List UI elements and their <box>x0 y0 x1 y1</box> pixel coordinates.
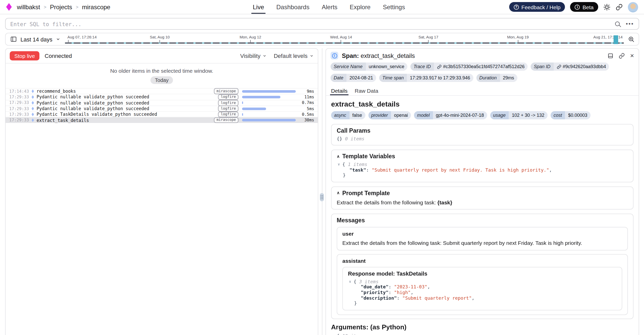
span-attribute-badges: asyncfalse provideropenai modelgpt-4o-mi… <box>331 111 634 119</box>
feedback-help-button[interactable]: ? Feedback / Help <box>509 2 565 12</box>
timeline-selection[interactable] <box>614 35 618 44</box>
chevron-down-icon[interactable] <box>56 37 61 41</box>
duration-label: 9ms <box>299 89 314 93</box>
link-icon[interactable] <box>437 64 442 69</box>
code-line: ∨{ 10 items <box>331 333 634 335</box>
default-levels-dropdown[interactable]: Default levels <box>274 53 314 59</box>
tab-dashboards[interactable]: Dashboards <box>276 0 309 14</box>
search-icon[interactable] <box>615 22 620 26</box>
question-icon: ? <box>514 4 519 9</box>
span-diamond-icon <box>31 95 34 99</box>
tab-raw-data[interactable]: Raw Data <box>355 86 378 95</box>
timeline-tick: Aug 07, 17:26:14 <box>67 35 96 43</box>
theme-toggle-icon[interactable] <box>603 3 610 11</box>
call-params-empty: {} 0 items <box>337 136 628 141</box>
panel-resize-handle[interactable] <box>320 193 324 201</box>
span-row[interactable]: 17:29:33 Pydantic nullable validate_pyth… <box>6 94 318 100</box>
copy-link-icon[interactable] <box>619 53 625 59</box>
detail-tabs: Details Raw Data <box>326 86 639 96</box>
code-token: 10 items <box>342 333 365 335</box>
json-toggle-icon[interactable]: ∨ <box>338 162 342 167</box>
sidebar-toggle-icon[interactable] <box>10 36 17 43</box>
span-row[interactable]: 17:29:33 Pydantic TaskDetails validate_p… <box>6 111 318 117</box>
tab-settings[interactable]: Settings <box>383 0 405 14</box>
span-info-icon: i <box>331 52 338 59</box>
span-row[interactable]: 17:29:33 Pydantic nullable validate_pyth… <box>6 100 318 106</box>
detail-content: extract_task_details asyncfalse provider… <box>326 96 639 335</box>
duration-track <box>242 107 296 110</box>
span-row[interactable]: 17:29:33 Pydantic nullable validate_pyth… <box>6 106 318 111</box>
empty-window-notice: No older items in the selected time wind… <box>6 68 318 74</box>
span-detail-panel: i Span: extract_task_details <box>325 48 639 335</box>
chevron-right-icon: > <box>44 4 47 9</box>
code-token: "due_date" <box>361 285 388 290</box>
duration-bar <box>242 90 296 92</box>
service-name-badge: Service Nameunknown_service <box>331 62 407 71</box>
duration-track <box>242 119 296 121</box>
scope-tag: mirascope <box>214 117 238 123</box>
assistant-message: assistant Response model: TaskDetails ∨{… <box>337 254 628 315</box>
prompt-template-text: Extract the details from the following t… <box>337 199 628 205</box>
tab-alerts[interactable]: Alerts <box>322 0 337 14</box>
collapse-icon[interactable]: ∧ <box>337 191 340 195</box>
zoom-in-icon[interactable] <box>628 36 635 43</box>
template-variables-title: Template Variables <box>342 153 395 159</box>
response-model-title: Response model: TaskDetails <box>348 270 617 277</box>
span-row-selected[interactable]: 17:29:33 extract_task_details mirascope … <box>6 117 318 123</box>
code-token: } <box>343 173 346 178</box>
duration-bar <box>242 119 296 121</box>
duration-label: 0.7ms <box>299 100 314 105</box>
share-link-icon[interactable] <box>616 3 623 11</box>
breadcrumb: willbakst > Projects > mirascope <box>17 3 110 11</box>
code-line: "task": "Submit quarterly report by next… <box>337 167 628 173</box>
logfire-logo-icon[interactable] <box>6 3 12 11</box>
breadcrumb-projects[interactable]: Projects <box>50 3 72 11</box>
scope-tag: mirascope <box>214 88 238 94</box>
span-diamond-icon <box>31 101 34 104</box>
visibility-dropdown[interactable]: Visibility <box>240 53 267 59</box>
json-toggle-icon[interactable]: ∨ <box>349 279 354 285</box>
user-message: user Extract the details from the follow… <box>337 227 628 250</box>
message-role: user <box>342 231 622 237</box>
call-params-title: Call Params <box>337 128 628 134</box>
code-token: "description" <box>361 295 397 300</box>
collapse-icon[interactable]: ∧ <box>337 154 340 159</box>
code-token: 1 items <box>348 162 367 167</box>
info-icon: i <box>575 4 580 9</box>
chevron-right-icon: > <box>76 4 79 9</box>
breadcrumb-org[interactable]: willbakst <box>17 3 40 11</box>
duration-label: 0.5ms <box>299 112 314 117</box>
duration-label: 11ms <box>299 95 314 99</box>
timeline-tick: Mon, Aug 19 <box>507 35 529 43</box>
code-token: { <box>342 162 348 167</box>
close-icon[interactable]: × <box>630 52 634 59</box>
code-token: , <box>427 285 430 290</box>
code-token: "task" <box>350 167 366 172</box>
beta-button[interactable]: i Beta <box>570 2 598 12</box>
sql-filter-input[interactable] <box>5 18 639 30</box>
more-options-icon[interactable]: ••• <box>626 21 634 27</box>
code-token: 3 items <box>359 279 379 284</box>
duration-bar <box>242 96 280 98</box>
tab-details[interactable]: Details <box>331 86 347 95</box>
breadcrumb-project[interactable]: mirascope <box>82 3 111 11</box>
timeline-tick: Sat, Aug 10 <box>150 35 170 43</box>
user-avatar[interactable] <box>628 2 638 12</box>
stop-live-button[interactable]: Stop live <box>10 51 40 60</box>
time-range-label[interactable]: Last 14 days <box>20 36 52 42</box>
main-nav: Live Dashboards Alerts Explore Settings <box>253 0 405 14</box>
timeline-track[interactable]: Aug 07, 17:26:14 Sat, Aug 10 Mon, Aug 12… <box>65 33 625 45</box>
link-icon[interactable] <box>556 64 561 69</box>
code-line: ∨{ 1 items <box>337 162 628 167</box>
arguments-heading: Arguments: (as Python) <box>331 323 634 331</box>
logfire-app: willbakst > Projects > mirascope Live Da… <box>0 0 644 335</box>
json-toggle-icon[interactable]: ∨ <box>332 333 337 335</box>
code-token: "2023-11-03" <box>394 285 427 290</box>
timeline-tick: Sat, Aug 17 <box>418 35 438 43</box>
tab-explore[interactable]: Explore <box>350 0 370 14</box>
async-badge: asyncfalse <box>331 111 365 119</box>
span-row[interactable]: 17:14:43 recommend_books mirascope 9ms <box>6 88 318 94</box>
tab-live[interactable]: Live <box>253 0 264 14</box>
code-token: "priority" <box>361 290 388 295</box>
dock-panel-icon[interactable] <box>608 53 614 59</box>
